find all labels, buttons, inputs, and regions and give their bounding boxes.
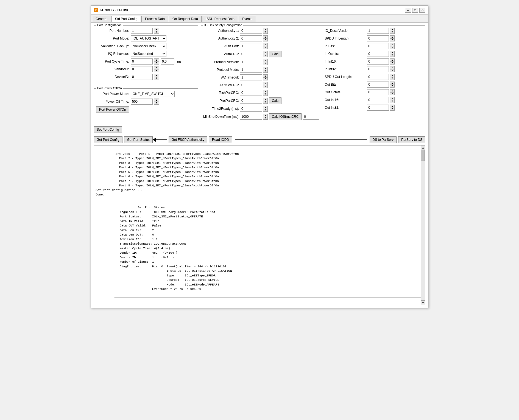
power-off-time-spinner[interactable]: ▲ ▼ [154, 99, 159, 105]
out-bits-down[interactable]: ▼ [390, 85, 394, 88]
log-area[interactable]: PortTypes: Port 1 - Type: IOLM_SMI_ePort… [94, 145, 421, 305]
calc-iostructcrc-result[interactable] [303, 114, 319, 120]
time2ready-up[interactable]: ▲ [263, 106, 267, 109]
scrollbar-thumb[interactable] [421, 150, 425, 161]
protocol-mode-spinner[interactable]: ▲ ▼ [263, 67, 268, 73]
wdtimeout-down[interactable]: ▼ [263, 78, 267, 80]
wdtimeout-input[interactable] [240, 74, 262, 80]
io-desc-ver-down[interactable]: ▼ [390, 31, 394, 34]
auth-port-spinner[interactable]: ▲ ▼ [263, 43, 268, 49]
spdu-in-up[interactable]: ▲ [390, 36, 394, 39]
out-int16-down[interactable]: ▼ [390, 100, 394, 103]
protocol-version-spinner[interactable]: ▲ ▼ [263, 59, 268, 65]
techparcrc-input[interactable] [240, 90, 262, 96]
out-int16-up[interactable]: ▲ [390, 97, 394, 100]
port-cycle-time-input[interactable] [131, 58, 153, 65]
wdtimeout-up[interactable]: ▲ [263, 75, 267, 78]
vendor-id-up[interactable]: ▲ [154, 66, 159, 69]
ds-to-parserv-button[interactable]: DS to ParServ [370, 136, 397, 143]
io-desc-ver-up[interactable]: ▲ [390, 28, 394, 31]
port-cycle-up[interactable]: ▲ [154, 59, 159, 62]
auth-port-input[interactable] [240, 43, 262, 49]
scrollbar-down[interactable]: ▼ [421, 300, 425, 305]
io-structcrc-input[interactable] [240, 82, 262, 88]
min-shutdown-up[interactable]: ▲ [263, 114, 267, 117]
authcrc-down[interactable]: ▼ [263, 54, 267, 57]
time2ready-down[interactable]: ▼ [263, 109, 267, 112]
in-int32-down[interactable]: ▼ [390, 69, 394, 72]
authenticity1-spinner[interactable]: ▲ ▼ [263, 28, 268, 34]
out-bits-input[interactable] [367, 82, 389, 88]
in-int32-spinner[interactable]: ▲ ▼ [390, 66, 395, 72]
spdu-out-down[interactable]: ▼ [390, 77, 394, 80]
out-bits-spinner[interactable]: ▲ ▼ [390, 82, 395, 88]
power-off-time-input[interactable] [131, 99, 153, 105]
io-desc-version-input[interactable] [367, 28, 389, 34]
port-mode-select[interactable]: IOL_AUTOSTART [131, 35, 166, 41]
in-bits-down[interactable]: ▼ [390, 46, 394, 49]
in-int16-up[interactable]: ▲ [390, 59, 394, 62]
out-octets-down[interactable]: ▼ [390, 93, 394, 95]
auth1-down[interactable]: ▼ [263, 31, 267, 34]
port-power-button[interactable]: Port Power Off/On [96, 106, 129, 113]
authenticity1-input[interactable] [240, 28, 262, 34]
out-bits-up[interactable]: ▲ [390, 82, 394, 85]
get-fscp-authenticity-button[interactable]: Get FSCP Authenticity [169, 136, 207, 143]
protparcrc-calc-button[interactable]: Calc [269, 97, 281, 104]
minimize-button[interactable]: – [405, 8, 411, 13]
auth2-up[interactable]: ▲ [263, 36, 267, 39]
proto-ver-up[interactable]: ▲ [263, 59, 267, 62]
in-int16-input[interactable] [367, 58, 389, 65]
power-off-up[interactable]: ▲ [154, 99, 159, 102]
calc-iostructcrc-button[interactable]: Calc IOStructCRC [269, 113, 302, 120]
techpar-up[interactable]: ▲ [263, 90, 267, 93]
out-int32-spinner[interactable]: ▲ ▼ [390, 105, 395, 111]
auth1-up[interactable]: ▲ [263, 28, 267, 31]
authcrc-calc-button[interactable]: Calc [269, 51, 281, 57]
device-id-spinner[interactable]: ▲ ▼ [154, 74, 159, 80]
port-cycle-time-spinner[interactable]: ▲ ▼ [154, 58, 159, 65]
scrollbar[interactable]: ▲ ▼ [421, 145, 425, 305]
protpar-down[interactable]: ▼ [263, 101, 267, 104]
in-bits-up[interactable]: ▲ [390, 43, 394, 46]
maximize-button[interactable]: □ [412, 8, 418, 13]
min-shutdown-input[interactable] [240, 114, 262, 120]
close-button[interactable]: ✕ [419, 8, 425, 13]
out-octets-spinner[interactable]: ▲ ▼ [390, 89, 395, 95]
authenticity2-spinner[interactable]: ▲ ▼ [263, 35, 268, 41]
parserv-to-ds-button[interactable]: ParServ to DS [398, 136, 425, 143]
min-shutdown-down[interactable]: ▼ [263, 117, 267, 120]
get-port-status-button[interactable]: Get Port Status [124, 136, 153, 143]
tab-on-request-data[interactable]: On Request Data [169, 16, 202, 22]
set-port-config-button[interactable]: Set Port Config [94, 126, 122, 133]
port-number-down[interactable]: ▼ [154, 31, 159, 34]
out-int16-input[interactable] [367, 97, 389, 103]
in-bits-spinner[interactable]: ▲ ▼ [390, 43, 395, 49]
vendor-id-down[interactable]: ▼ [154, 69, 159, 72]
io-desc-version-spinner[interactable]: ▲ ▼ [390, 28, 395, 34]
proto-mode-up[interactable]: ▲ [263, 67, 267, 70]
techpar-down[interactable]: ▼ [263, 93, 267, 96]
port-cycle-ms-input[interactable] [161, 58, 174, 65]
port-power-mode-select[interactable]: ONE_TIME_SWITCI [131, 91, 175, 97]
io-struct-up[interactable]: ▲ [263, 82, 267, 85]
out-int32-down[interactable]: ▼ [390, 108, 394, 111]
time2ready-spinner[interactable]: ▲ ▼ [263, 106, 268, 112]
spdu-in-down[interactable]: ▼ [390, 39, 394, 41]
authcrc-spinner[interactable]: ▲ ▼ [263, 51, 268, 57]
io-struct-down[interactable]: ▼ [263, 85, 267, 88]
in-int32-up[interactable]: ▲ [390, 66, 394, 69]
auth2-down[interactable]: ▼ [263, 39, 267, 41]
tab-process-data[interactable]: Process Data [141, 16, 168, 22]
min-shutdown-spinner[interactable]: ▲ ▼ [263, 114, 268, 120]
io-structcrc-spinner[interactable]: ▲ ▼ [263, 82, 268, 88]
read-iodd-button[interactable]: Read IODD [209, 136, 232, 143]
proto-mode-down[interactable]: ▼ [263, 70, 267, 73]
in-int32-input[interactable] [367, 66, 389, 72]
protpar-up[interactable]: ▲ [263, 98, 267, 101]
in-octets-up[interactable]: ▲ [390, 51, 394, 54]
protparcrc-input[interactable] [240, 98, 262, 104]
tab-general[interactable]: General [92, 16, 111, 22]
spdu-in-length-input[interactable] [367, 35, 389, 41]
out-int32-up[interactable]: ▲ [390, 105, 394, 108]
